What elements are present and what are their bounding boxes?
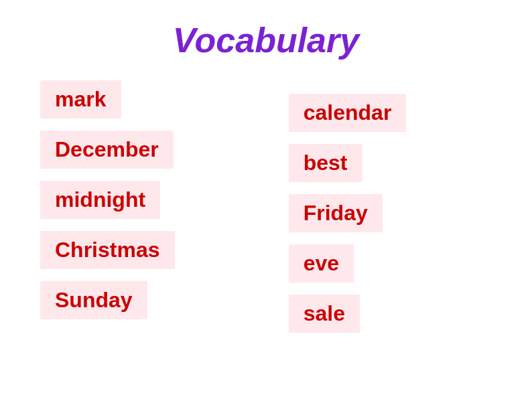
page: Vocabulary markDecembermidnightChristmas… bbox=[0, 0, 532, 399]
vocab-word: mark bbox=[55, 87, 107, 111]
vocab-card-left-1: December bbox=[40, 131, 174, 169]
vocab-word: December bbox=[55, 137, 159, 161]
vocab-card-left-2: midnight bbox=[40, 181, 160, 219]
vocab-word: best bbox=[304, 151, 348, 175]
page-title: Vocabulary bbox=[173, 20, 359, 60]
vocab-word: eve bbox=[304, 251, 339, 275]
vocab-card-right-1: best bbox=[289, 144, 362, 182]
left-column: markDecembermidnightChristmasSunday bbox=[40, 80, 243, 333]
vocab-card-left-0: mark bbox=[40, 80, 121, 118]
right-column: calendarbestFridayevesale bbox=[289, 80, 492, 333]
vocab-word: Sunday bbox=[55, 288, 133, 312]
vocab-word: sale bbox=[304, 301, 345, 325]
vocab-card-right-3: eve bbox=[289, 244, 354, 283]
vocab-card-right-2: Friday bbox=[289, 194, 383, 232]
vocab-word: Christmas bbox=[55, 238, 160, 262]
vocab-card-right-0: calendar bbox=[289, 94, 407, 132]
vocab-word: midnight bbox=[55, 187, 145, 212]
vocab-card-left-4: Sunday bbox=[40, 281, 147, 319]
vocab-card-right-4: sale bbox=[289, 295, 360, 333]
vocab-word: Friday bbox=[304, 201, 368, 225]
vocab-word: calendar bbox=[304, 100, 392, 125]
vocab-grid: markDecembermidnightChristmasSunday cale… bbox=[0, 80, 532, 333]
vocab-card-left-3: Christmas bbox=[40, 231, 175, 269]
